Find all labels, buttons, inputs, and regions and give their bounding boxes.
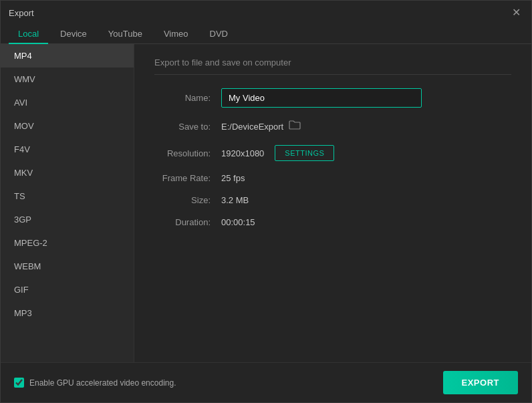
gpu-checkbox-label[interactable]: Enable GPU accelerated video encoding.: [14, 378, 176, 388]
export-window: Export ✕ Local Device YouTube Vimeo DVD …: [0, 0, 532, 403]
save-to-container: E:/DeviceExport: [221, 120, 301, 133]
close-button[interactable]: ✕: [509, 6, 523, 19]
frame-rate-label: Frame Rate:: [154, 173, 221, 183]
tab-youtube[interactable]: YouTube: [99, 25, 152, 44]
duration-row: Duration: 00:00:15: [154, 217, 511, 227]
tab-device[interactable]: Device: [51, 25, 96, 44]
export-panel: Export to file and save on computer Name…: [134, 44, 531, 362]
gpu-checkbox[interactable]: [14, 378, 24, 388]
sidebar-item-wmv[interactable]: WMV: [1, 68, 134, 91]
tab-bar: Local Device YouTube Vimeo DVD: [1, 25, 531, 44]
frame-rate-value: 25 fps: [221, 173, 245, 183]
frame-rate-row: Frame Rate: 25 fps: [154, 173, 511, 183]
sidebar-item-avi[interactable]: AVI: [1, 91, 134, 114]
resolution-value: 1920x1080: [221, 148, 264, 158]
title-bar: Export ✕: [1, 1, 531, 25]
sidebar-item-f4v[interactable]: F4V: [1, 138, 134, 161]
resolution-container: 1920x1080 SETTINGS: [221, 145, 334, 161]
resolution-row: Resolution: 1920x1080 SETTINGS: [154, 145, 511, 161]
name-row: Name:: [154, 88, 511, 108]
sidebar-item-mp3[interactable]: MP3: [1, 301, 134, 325]
size-value: 3.2 MB: [221, 195, 249, 205]
tab-dvd[interactable]: DVD: [201, 25, 237, 44]
sidebar-item-mkv[interactable]: MKV: [1, 161, 134, 184]
folder-icon[interactable]: [289, 120, 301, 133]
export-button[interactable]: EXPORT: [443, 371, 518, 394]
gpu-label-text: Enable GPU accelerated video encoding.: [29, 378, 176, 388]
save-to-row: Save to: E:/DeviceExport: [154, 120, 511, 133]
settings-button[interactable]: SETTINGS: [275, 145, 334, 161]
sidebar-item-ts[interactable]: TS: [1, 184, 134, 208]
duration-label: Duration:: [154, 217, 221, 227]
save-to-path: E:/DeviceExport: [221, 122, 283, 132]
sidebar-item-webm[interactable]: WEBM: [1, 255, 134, 278]
format-sidebar: MP4 WMV AVI MOV F4V MKV TS 3GP: [1, 44, 134, 362]
panel-title: Export to file and save on computer: [154, 57, 511, 75]
duration-value: 00:00:15: [221, 217, 255, 227]
sidebar-item-mov[interactable]: MOV: [1, 114, 134, 138]
size-label: Size:: [154, 195, 221, 205]
sidebar-item-gif[interactable]: GIF: [1, 278, 134, 301]
name-input[interactable]: [221, 88, 422, 108]
name-label: Name:: [154, 93, 221, 103]
save-to-label: Save to:: [154, 122, 221, 132]
main-content: MP4 WMV AVI MOV F4V MKV TS 3GP: [1, 44, 531, 362]
size-row: Size: 3.2 MB: [154, 195, 511, 205]
sidebar-item-3gp[interactable]: 3GP: [1, 208, 134, 231]
sidebar-item-mp4[interactable]: MP4: [1, 44, 134, 68]
sidebar-item-mpeg2[interactable]: MPEG-2: [1, 231, 134, 255]
window-title: Export: [9, 8, 34, 18]
resolution-label: Resolution:: [154, 148, 221, 158]
tab-vimeo[interactable]: Vimeo: [154, 25, 198, 44]
tab-local[interactable]: Local: [9, 25, 48, 44]
footer: Enable GPU accelerated video encoding. E…: [1, 362, 531, 402]
